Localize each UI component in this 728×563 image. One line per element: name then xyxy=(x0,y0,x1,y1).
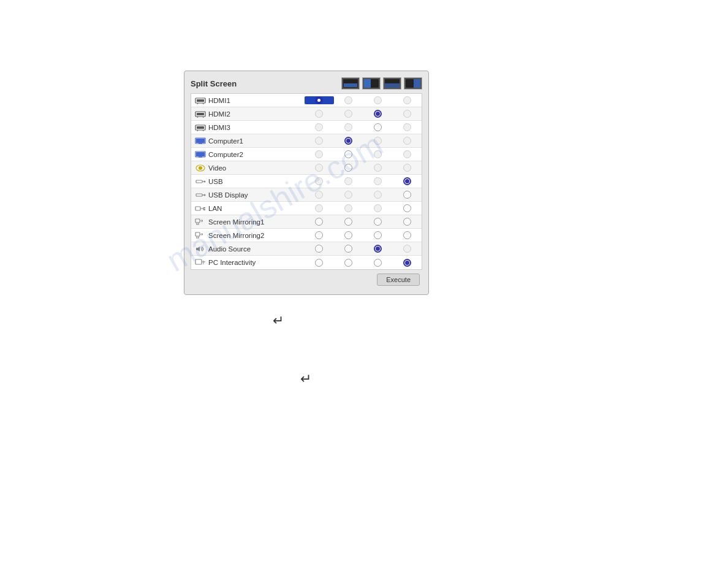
radio-cell-col1 xyxy=(305,231,334,239)
radio-cell-col1 xyxy=(305,110,334,118)
radio-filled[interactable] xyxy=(374,110,382,118)
radio-empty[interactable] xyxy=(403,218,411,226)
radio-cell-col3 xyxy=(363,259,393,267)
row-text: PC Interactivity xyxy=(208,259,256,266)
radio-empty[interactable] xyxy=(403,231,411,239)
svg-point-33 xyxy=(204,194,206,196)
radio-cell-col3 xyxy=(363,123,393,131)
radio-filled[interactable] xyxy=(344,137,352,145)
table-row: PC Interactivity xyxy=(191,256,422,269)
radio-cell-col4 xyxy=(392,191,422,199)
radio-empty[interactable] xyxy=(374,123,382,131)
radio-empty[interactable] xyxy=(403,204,411,212)
radio-dim xyxy=(374,177,382,185)
radio-dim xyxy=(403,110,411,118)
row-label: Computer2 xyxy=(191,151,305,158)
computer-icon xyxy=(195,151,206,158)
radio-cells xyxy=(305,177,422,185)
radio-cells xyxy=(305,123,422,131)
radio-empty[interactable] xyxy=(315,259,323,267)
radio-empty[interactable] xyxy=(315,218,323,226)
radio-dim xyxy=(403,123,411,131)
radio-cell-col1 xyxy=(305,191,334,199)
radio-cell-col1 xyxy=(305,164,334,172)
row-label: USB Display xyxy=(191,191,305,199)
radio-filled[interactable] xyxy=(403,259,411,267)
row-text: Computer1 xyxy=(208,137,243,145)
arrow-2: ↵ xyxy=(300,371,311,387)
svg-point-30 xyxy=(204,180,206,182)
radio-dim xyxy=(315,191,323,199)
radio-cell-col4 xyxy=(392,177,422,185)
svg-rect-46 xyxy=(195,232,200,236)
radio-empty[interactable] xyxy=(403,191,411,199)
split-layout-icons xyxy=(341,77,422,90)
usb-icon xyxy=(195,178,206,185)
radio-cell-col4 xyxy=(392,123,422,131)
radio-col1-selected[interactable] xyxy=(315,96,323,104)
radio-dim xyxy=(374,150,382,158)
radio-cells xyxy=(305,137,422,145)
row-label: HDMI2 xyxy=(191,110,305,118)
radio-cell-col1 xyxy=(305,245,334,253)
row-label: PC Interactivity xyxy=(191,259,305,266)
radio-dim xyxy=(315,164,323,172)
dialog-header: Split Screen xyxy=(191,77,422,90)
table-row: Audio Source xyxy=(191,242,422,256)
radio-cells xyxy=(305,204,422,212)
row-label: Screen Mirroring2 xyxy=(191,232,305,239)
svg-rect-7 xyxy=(414,79,420,88)
svg-rect-1 xyxy=(344,83,357,87)
table-row: Video xyxy=(191,161,422,175)
radio-cell-col2 xyxy=(334,191,363,199)
radio-cell-col2 xyxy=(334,218,363,226)
radio-empty[interactable] xyxy=(344,218,352,226)
radio-filled[interactable] xyxy=(403,177,411,185)
radio-empty[interactable] xyxy=(344,164,352,172)
radio-cell-col2 xyxy=(334,177,363,185)
radio-empty[interactable] xyxy=(374,231,382,239)
radio-cell-col4 xyxy=(392,137,422,145)
table-row: USB Display xyxy=(191,188,422,202)
table-row: Computer2 xyxy=(191,148,422,161)
row-label: USB xyxy=(191,178,305,185)
radio-dim xyxy=(374,191,382,199)
radio-dim xyxy=(374,204,382,212)
radio-empty[interactable] xyxy=(344,150,352,158)
split-layout-2[interactable] xyxy=(362,77,381,90)
radio-cell-col2 xyxy=(334,259,363,267)
radio-cell-col4 xyxy=(392,164,422,172)
usb-icon xyxy=(195,191,206,199)
row-text: Video xyxy=(208,164,226,172)
radio-filled[interactable] xyxy=(374,245,382,253)
radio-empty[interactable] xyxy=(344,259,352,267)
radio-empty[interactable] xyxy=(315,245,323,253)
radio-dim xyxy=(344,177,352,185)
radio-empty[interactable] xyxy=(344,231,352,239)
hdmi-icon xyxy=(195,97,206,104)
radio-cell-col4 xyxy=(392,231,422,239)
row-label: HDMI3 xyxy=(191,124,305,131)
split-layout-4[interactable] xyxy=(404,77,422,90)
radio-dim xyxy=(315,150,323,158)
row-label: Video xyxy=(191,164,305,172)
radio-empty[interactable] xyxy=(315,231,323,239)
split-layout-1[interactable] xyxy=(341,77,360,90)
radio-empty[interactable] xyxy=(374,218,382,226)
radio-cell-col3 xyxy=(363,110,393,118)
radio-cell-col3 xyxy=(363,231,393,239)
radio-cell-col4 xyxy=(392,218,422,226)
table-row: Screen Mirroring2 xyxy=(191,229,422,242)
svg-rect-13 xyxy=(197,113,204,115)
execute-button[interactable]: Execute xyxy=(377,274,420,286)
row-label: Audio Source xyxy=(191,245,305,253)
radio-empty[interactable] xyxy=(374,259,382,267)
table-row: Computer1 xyxy=(191,134,422,148)
radio-dim xyxy=(344,123,352,131)
svg-rect-24 xyxy=(196,152,205,156)
radio-cell-col2 xyxy=(334,123,363,131)
row-label: HDMI1 xyxy=(191,97,305,104)
row-label: Screen Mirroring1 xyxy=(191,218,305,226)
split-layout-3[interactable] xyxy=(383,77,401,90)
radio-empty[interactable] xyxy=(344,245,352,253)
